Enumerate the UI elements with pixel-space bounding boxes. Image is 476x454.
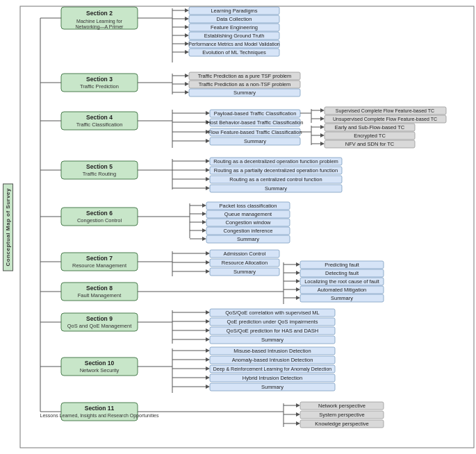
svg-marker-165	[296, 271, 300, 275]
svg-marker-53	[206, 111, 210, 115]
vertical-title: Conceptual Map of Survey	[3, 183, 13, 271]
svg-marker-7	[185, 8, 189, 12]
svg-text:QoE prediction under QoS impai: QoE prediction under QoS impairments	[227, 319, 318, 325]
svg-marker-177	[296, 296, 300, 300]
svg-text:Feature Engineering: Feature Engineering	[211, 24, 258, 31]
svg-marker-11	[185, 17, 189, 21]
svg-text:System perspective: System perspective	[319, 412, 364, 418]
svg-marker-59	[320, 108, 325, 112]
svg-marker-148	[206, 260, 210, 264]
diagram-svg: Section 2 Machine Learning for Networkin…	[19, 6, 475, 448]
svg-marker-223	[206, 385, 210, 389]
svg-text:Congestion inference: Congestion inference	[224, 228, 273, 234]
svg-marker-232	[296, 403, 300, 407]
svg-text:Section 7: Section 7	[86, 255, 113, 262]
svg-text:QoS/QoE prediction for HAS and: QoS/QoE prediction for HAS and DASH	[227, 328, 319, 334]
svg-text:Summary: Summary	[244, 138, 266, 144]
svg-text:Summary: Summary	[265, 185, 287, 192]
svg-marker-127	[202, 220, 206, 224]
svg-text:Routing as a centralized contr: Routing as a centralized control functio…	[229, 176, 322, 183]
svg-text:Machine Learning for: Machine Learning for	[76, 19, 122, 24]
svg-text:Flow Feature-based Traffic Cla: Flow Feature-based Traffic Classificatio…	[208, 129, 302, 135]
svg-text:Traffic Routing: Traffic Routing	[83, 171, 116, 177]
svg-text:Section 4: Section 4	[86, 114, 113, 121]
svg-marker-110	[206, 186, 210, 190]
svg-text:Summary: Summary	[233, 269, 256, 275]
svg-text:Learning Paradigms: Learning Paradigms	[211, 8, 257, 14]
svg-marker-19	[185, 33, 189, 37]
svg-text:Networking—A Primer: Networking—A Primer	[76, 24, 124, 30]
svg-text:Lessons Learned, Insights and : Lessons Learned, Insights and Research O…	[40, 413, 159, 419]
svg-text:Traffic Prediction: Traffic Prediction	[80, 83, 119, 90]
svg-marker-169	[296, 279, 300, 283]
svg-text:Knowledge perspective: Knowledge perspective	[315, 421, 369, 427]
svg-marker-77	[320, 125, 325, 129]
svg-text:Congestion window: Congestion window	[225, 219, 271, 226]
svg-marker-198	[206, 337, 210, 342]
svg-text:QoS/QoE correlation with super: QoS/QoE correlation with supervised ML	[225, 310, 319, 316]
svg-text:Summary: Summary	[233, 90, 256, 96]
svg-marker-135	[202, 237, 206, 241]
svg-text:Summary: Summary	[261, 337, 284, 343]
svg-text:Detecting fault: Detecting fault	[325, 270, 359, 276]
svg-text:Summary: Summary	[237, 236, 259, 242]
svg-text:Congestion Control: Congestion Control	[77, 217, 122, 224]
svg-marker-106	[206, 177, 210, 181]
svg-text:Section 8: Section 8	[86, 285, 113, 292]
svg-marker-98	[206, 159, 210, 163]
svg-marker-15	[185, 25, 189, 29]
svg-text:Section 6: Section 6	[86, 210, 113, 217]
svg-text:Traffic Prediction as a non-TS: Traffic Prediction as a non-TSF problem	[199, 81, 291, 87]
svg-marker-102	[206, 168, 210, 172]
svg-marker-81	[320, 133, 325, 137]
svg-text:Network perspective: Network perspective	[318, 403, 366, 409]
svg-text:Traffic Prediction as a pure T: Traffic Prediction as a pure TSF problem	[198, 73, 292, 79]
svg-text:Section 3: Section 3	[86, 76, 113, 83]
svg-text:Encrypted TC: Encrypted TC	[354, 133, 386, 139]
svg-marker-161	[296, 262, 300, 267]
svg-text:Routing as a partially decentr: Routing as a partially decentralized ope…	[214, 167, 338, 174]
svg-marker-44	[185, 90, 189, 94]
svg-text:Unsupervised Complete Flow Fea: Unsupervised Complete Flow Feature-based…	[333, 117, 437, 122]
svg-marker-36	[185, 74, 189, 78]
svg-text:Anomaly-based Intrusion Detect: Anomaly-based Intrusion Detection	[232, 357, 313, 363]
svg-marker-173	[296, 287, 300, 292]
svg-marker-27	[185, 50, 189, 54]
svg-text:NFV and SDN for TC: NFV and SDN for TC	[345, 141, 395, 147]
svg-marker-215	[206, 367, 210, 371]
svg-text:Summary: Summary	[331, 295, 353, 301]
svg-marker-119	[202, 203, 206, 208]
svg-text:Section 9: Section 9	[86, 315, 113, 322]
svg-marker-236	[296, 412, 300, 417]
svg-marker-219	[206, 376, 210, 380]
svg-text:Network Security: Network Security	[80, 367, 120, 373]
svg-marker-131	[202, 228, 206, 233]
svg-text:Routing as a decentralized ope: Routing as a decentralized operation fun…	[213, 158, 338, 165]
svg-marker-207	[206, 348, 210, 353]
svg-text:Localizing the root cause of f: Localizing the root cause of fault	[304, 278, 379, 285]
svg-text:Fault Management: Fault Management	[78, 292, 122, 299]
svg-text:Data Collection: Data Collection	[217, 16, 252, 22]
svg-marker-123	[202, 212, 206, 216]
svg-marker-85	[320, 142, 325, 146]
svg-text:Traffic Classification: Traffic Classification	[76, 121, 123, 128]
svg-marker-186	[206, 310, 210, 314]
svg-marker-211	[206, 358, 210, 362]
svg-marker-144	[206, 251, 210, 255]
svg-text:Automated Mitigation: Automated Mitigation	[318, 287, 366, 293]
svg-marker-152	[206, 269, 210, 274]
svg-text:Establishing Ground Truth: Establishing Ground Truth	[204, 33, 265, 39]
svg-marker-194	[206, 328, 210, 333]
svg-text:Summary: Summary	[261, 384, 284, 390]
svg-marker-190	[206, 319, 210, 323]
svg-marker-240	[296, 421, 300, 426]
svg-text:Section 5: Section 5	[86, 163, 113, 170]
svg-text:Admission Control: Admission Control	[224, 251, 266, 257]
svg-text:Queue management: Queue management	[224, 211, 272, 217]
svg-text:Supervised Complete Flow Featu: Supervised Complete Flow Feature-based T…	[336, 108, 434, 114]
svg-text:Packet loss classification: Packet loss classification	[220, 203, 277, 209]
svg-text:Early and Sub-Flow-based TC: Early and Sub-Flow-based TC	[335, 124, 405, 131]
svg-marker-89	[206, 139, 210, 143]
svg-text:Host Behavior-based Traffic Cl: Host Behavior-based Traffic Classificati…	[207, 119, 304, 126]
svg-text:Section 10: Section 10	[85, 360, 115, 367]
